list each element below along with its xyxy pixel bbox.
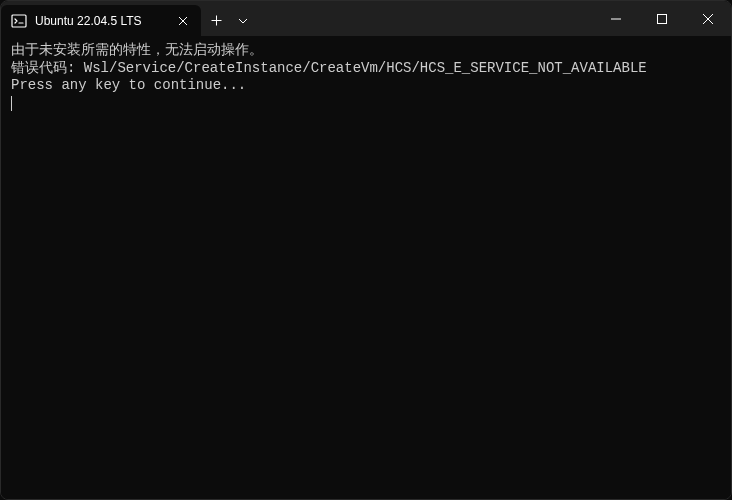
cursor-icon <box>11 96 12 111</box>
tab-close-button[interactable] <box>175 13 191 29</box>
svg-rect-0 <box>12 15 26 27</box>
tab-title: Ubuntu 22.04.5 LTS <box>35 14 167 28</box>
titlebar-left: Ubuntu 22.04.5 LTS <box>1 1 255 36</box>
close-button[interactable] <box>685 1 731 36</box>
new-tab-button[interactable] <box>201 5 231 36</box>
titlebar: Ubuntu 22.04.5 LTS <box>1 1 731 36</box>
tab-ubuntu[interactable]: Ubuntu 22.04.5 LTS <box>1 5 201 36</box>
svg-rect-1 <box>658 14 667 23</box>
tab-dropdown-button[interactable] <box>231 5 255 36</box>
terminal-line: 错误代码: Wsl/Service/CreateInstance/CreateV… <box>11 60 721 78</box>
maximize-button[interactable] <box>639 1 685 36</box>
titlebar-right <box>593 1 731 36</box>
terminal-line: Press any key to continue... <box>11 77 721 95</box>
cursor-line <box>11 95 721 113</box>
terminal-icon <box>11 13 27 29</box>
minimize-button[interactable] <box>593 1 639 36</box>
terminal-line: 由于未安装所需的特性，无法启动操作。 <box>11 42 721 60</box>
terminal-body[interactable]: 由于未安装所需的特性，无法启动操作。 错误代码: Wsl/Service/Cre… <box>1 36 731 500</box>
